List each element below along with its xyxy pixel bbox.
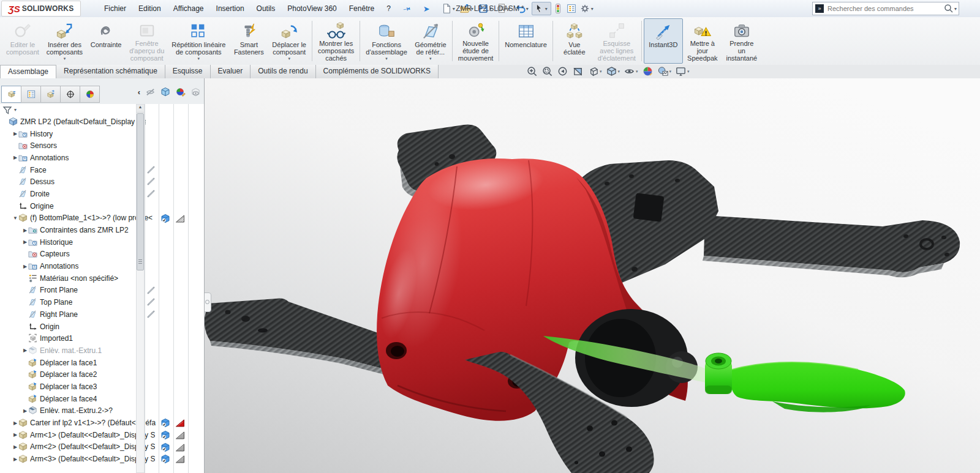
save-icon-caret[interactable]: ▾ (489, 6, 492, 12)
ribbon-fonctions[interactable]: Fonctions d'assemblage▾ (362, 18, 411, 64)
tree-collapsed-arrow-icon[interactable]: ▶ (22, 408, 28, 414)
hidden-plane-icon[interactable] (146, 310, 156, 319)
file-properties-icon[interactable] (565, 2, 578, 15)
dropdown-caret-icon[interactable]: ▾ (64, 56, 66, 61)
view-orientation-icon-caret[interactable]: ▾ (600, 69, 602, 74)
dropdown-caret-icon[interactable]: ▾ (288, 56, 290, 61)
ribbon-nomenclature[interactable]: Nomenclature (501, 18, 550, 64)
tree-collapsed-arrow-icon[interactable]: ▶ (22, 228, 28, 233)
panel-splitter-handle[interactable] (205, 292, 211, 312)
menu-fichier[interactable]: Fichier (98, 2, 132, 15)
search-caret-icon[interactable]: ▾ (954, 6, 957, 12)
tree-expanded-arrow-icon[interactable]: ▼ (12, 215, 18, 221)
zoom-to-fit-icon[interactable] (526, 65, 538, 77)
view-orientation-icon[interactable]: ▾ (587, 65, 603, 77)
appearance-carbon-icon[interactable] (175, 442, 185, 452)
appearance-gray-icon[interactable] (175, 214, 185, 223)
tree-collapsed-arrow-icon[interactable]: ▶ (12, 432, 18, 438)
tree-collapsed-arrow-icon[interactable]: ▶ (12, 155, 18, 160)
undo-icon[interactable]: ▾ (513, 2, 532, 15)
menu-edition[interactable]: Edition (132, 2, 167, 15)
ribbon-r-p-tition-lin-aire[interactable]: Répétition linéaire de composants▾ (168, 18, 229, 64)
ribbon-prendre[interactable]: Prendre un instantané (722, 18, 761, 64)
menu-photoview-360[interactable]: PhotoView 360 (281, 2, 343, 15)
display-style-icon[interactable]: ▾ (605, 65, 621, 77)
ribbon-smart[interactable]: Smart Fasteners (229, 18, 268, 64)
dimxpertmanager-tab[interactable] (60, 86, 80, 103)
search-input[interactable] (826, 4, 944, 13)
tab-repr-sentation-sch-matique[interactable]: Représentation schématique (56, 65, 165, 78)
tree-scrollbar[interactable]: ▲ (136, 104, 145, 473)
appearances-icon[interactable] (176, 87, 186, 97)
ribbon-d-placer-le[interactable]: Déplacer le composant▾ (268, 18, 310, 64)
tab-assemblage[interactable]: Assemblage (0, 65, 56, 79)
filter-caret-icon[interactable]: ▾ (14, 107, 17, 113)
select-cursor-icon-caret[interactable]: ▾ (545, 6, 548, 12)
apply-scene-icon-caret[interactable]: ▾ (669, 69, 672, 74)
zoom-to-area-icon[interactable] (541, 65, 554, 77)
display-state-cube-icon[interactable] (160, 418, 170, 428)
options-gear-icon[interactable]: ▾ (578, 2, 597, 15)
section-view-icon[interactable] (571, 65, 584, 77)
ribbon-mettre-[interactable]: Mettre à jour Speedpak (683, 18, 722, 64)
ribbon-vue[interactable]: Vue éclatée (555, 18, 594, 64)
transparency-icon[interactable] (191, 88, 200, 97)
display-pane-cube-icon[interactable] (160, 87, 170, 97)
new-document-icon[interactable]: ▾ (440, 2, 458, 15)
appearance-carbon-icon[interactable] (175, 430, 185, 440)
propertymanager-tab[interactable] (21, 86, 41, 103)
tab-evaluer[interactable]: Evaluer (211, 65, 251, 78)
apply-scene-icon[interactable]: ▾ (657, 65, 673, 77)
menu--[interactable]: ? (380, 2, 397, 15)
search-magnifier-icon[interactable] (944, 4, 954, 13)
ribbon-g-om-trie[interactable]: Géométrie de référ...▾ (411, 18, 450, 64)
save-icon[interactable]: ▾ (477, 2, 495, 15)
collapse-pane-icon[interactable]: ‹ (138, 88, 140, 97)
featuremanager-tab[interactable] (1, 86, 21, 103)
options-gear-icon-caret[interactable]: ▾ (591, 6, 594, 12)
hide-types-icon[interactable] (146, 88, 155, 97)
hidden-plane-icon[interactable] (146, 297, 156, 307)
print-icon[interactable]: ▾ (495, 2, 513, 15)
display-state-cube-icon[interactable] (160, 214, 170, 223)
rebuild-icon[interactable] (551, 2, 565, 15)
hidden-plane-icon[interactable] (146, 177, 156, 187)
dropdown-caret-icon[interactable]: ▾ (385, 56, 388, 61)
menu-outils[interactable]: Outils (251, 2, 282, 15)
menu-affichage[interactable]: Affichage (167, 2, 210, 15)
ribbon-ins-rer-des[interactable]: Insérer des composants▾ (43, 18, 86, 64)
tree-collapsed-arrow-icon[interactable]: ▶ (12, 444, 18, 450)
pin-menu-icon[interactable]: 📌︎ (401, 2, 413, 15)
ribbon-contrainte[interactable]: Contrainte (86, 18, 126, 64)
appearance-carbon-icon[interactable] (175, 454, 185, 464)
view-settings-icon-caret[interactable]: ▾ (687, 69, 690, 74)
print-icon-caret[interactable]: ▾ (508, 6, 510, 12)
display-state-cube-icon[interactable] (160, 442, 170, 452)
tree-collapsed-arrow-icon[interactable]: ▶ (22, 264, 28, 269)
dropdown-caret-icon[interactable]: ▾ (429, 56, 432, 61)
display-state-cube-icon[interactable] (160, 454, 170, 464)
new-document-icon-caret[interactable]: ▾ (453, 6, 455, 12)
ribbon-nouvelle[interactable]: Nouvelle étude de mouvement (454, 18, 497, 64)
hidden-plane-icon[interactable] (146, 286, 156, 296)
hidden-plane-icon[interactable] (146, 189, 156, 199)
tree-collapsed-arrow-icon[interactable]: ▶ (22, 239, 28, 245)
tree-collapsed-arrow-icon[interactable]: ▶ (12, 456, 18, 462)
menu-insertion[interactable]: Insertion (210, 2, 251, 15)
hidden-plane-icon[interactable] (146, 165, 156, 175)
tree-collapsed-arrow-icon[interactable]: ▶ (22, 348, 28, 353)
undo-icon-caret[interactable]: ▾ (526, 6, 529, 12)
display-state-cube-icon[interactable] (160, 430, 170, 440)
display-style-icon-caret[interactable]: ▾ (618, 69, 620, 74)
graphics-viewport[interactable] (205, 78, 980, 473)
menu-fen-tre[interactable]: Fenêtre (343, 2, 380, 15)
previous-view-icon[interactable] (556, 65, 569, 77)
appearance-red-icon[interactable] (175, 418, 185, 428)
open-icon[interactable]: ▾ (458, 2, 477, 15)
tree-collapsed-arrow-icon[interactable]: ▶ (12, 420, 18, 426)
ribbon-instant3d[interactable]: Instant3D (644, 18, 683, 64)
configurationmanager-tab[interactable] (40, 86, 61, 103)
scrollbar-thumb[interactable] (137, 113, 144, 270)
filter-funnel-icon[interactable] (2, 105, 12, 115)
hide-show-items-icon-caret[interactable]: ▾ (636, 69, 638, 74)
